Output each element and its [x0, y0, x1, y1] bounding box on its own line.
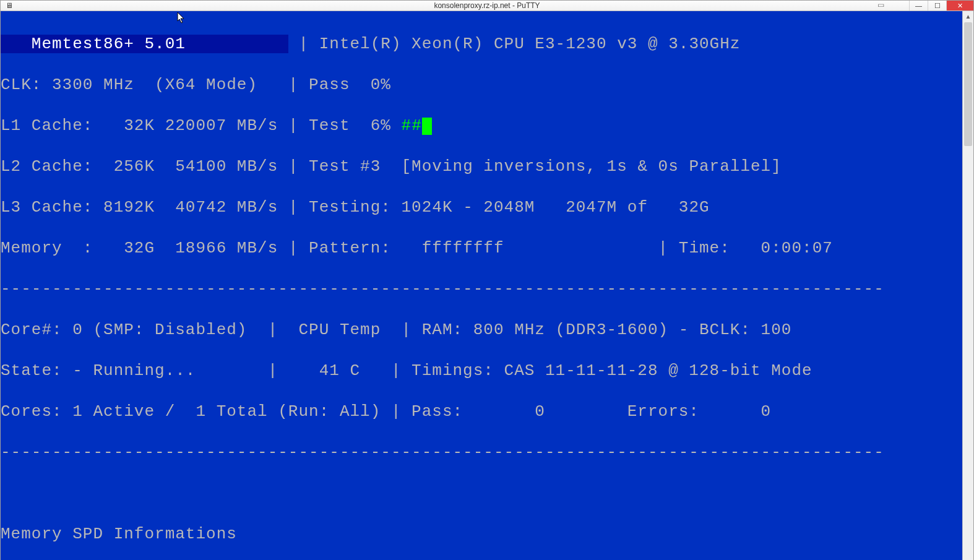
terminal-area: Memtest86+ 5.01 | Intel(R) Xeon(R) CPU E… — [1, 11, 973, 560]
core-line: Core#: 0 (SMP: Disabled) | CPU Temp | RA… — [1, 320, 962, 340]
divider-2: ----------------------------------------… — [1, 442, 962, 463]
pass-text: Pass 0% — [309, 75, 391, 94]
maximize-button[interactable]: ☐ — [928, 1, 946, 11]
window-controls: ▭ — ☐ ✕ — [877, 1, 973, 11]
close-button[interactable]: ✕ — [946, 1, 973, 11]
progress-bar: ## — [402, 116, 422, 135]
window-icon-extra: ▭ — [877, 1, 884, 11]
vertical-scrollbar[interactable]: ▲ ▼ — [962, 11, 973, 560]
testing-text: Testing: 1024K - 2048M 2047M of 32G — [309, 198, 710, 217]
titlebar[interactable]: 🖥 konsolenproxy.rz-ip.net - PuTTY ▭ — ☐ … — [1, 1, 973, 11]
minimize-button[interactable]: — — [909, 1, 928, 11]
test-name-text: Test #3 [Moving inversions, 1s & 0s Para… — [309, 157, 782, 176]
cpu-text: Intel(R) Xeon(R) CPU E3-1230 v3 @ 3.30GH… — [319, 35, 741, 53]
test-pct-text: Test 6% — [309, 116, 401, 135]
cores-line: Cores: 1 Active / 1 Total (Run: All) | P… — [1, 402, 962, 422]
clk-text: CLK: 3300 MHz (X64 Mode) — [1, 75, 257, 94]
divider-1: ----------------------------------------… — [1, 279, 962, 299]
terminal[interactable]: Memtest86+ 5.01 | Intel(R) Xeon(R) CPU E… — [1, 11, 962, 560]
putty-icon: 🖥 — [4, 1, 14, 11]
scrollbar-thumb[interactable] — [964, 22, 972, 146]
l3-text: L3 Cache: 8192K 40742 MB/s — [1, 198, 278, 217]
l2-text: L2 Cache: 256K 54100 MB/s — [1, 157, 278, 176]
window-title: konsolenproxy.rz-ip.net - PuTTY — [1, 1, 973, 10]
cursor-block — [422, 118, 432, 135]
state-line: State: - Running... | 41 C | Timings: CA… — [1, 361, 962, 381]
scroll-up-icon[interactable]: ▲ — [963, 11, 973, 22]
memtest-title: Memtest86+ 5.01 — [1, 35, 288, 53]
spd-header: Memory SPD Informations — [1, 524, 962, 545]
mem-text: Memory : 32G 18966 MB/s — [1, 239, 278, 257]
putty-window: 🖥 konsolenproxy.rz-ip.net - PuTTY ▭ — ☐ … — [0, 0, 974, 560]
pattern-text: Pattern: ffffffff — [309, 239, 504, 257]
time-text: | Time: 0:00:07 — [658, 239, 833, 257]
l1-text: L1 Cache: 32K 220007 MB/s — [1, 116, 278, 135]
